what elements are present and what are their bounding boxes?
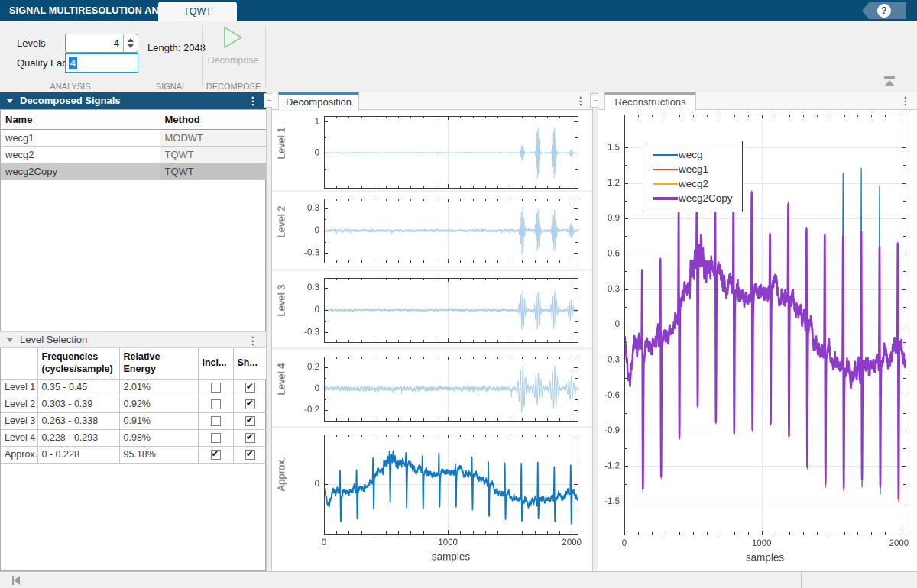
approx-plot[interactable]: Approx. <box>272 428 592 571</box>
legend-item: wecg2 <box>653 176 733 191</box>
decomposed-signals-header[interactable]: Decomposed Signals ⋮ <box>0 92 266 109</box>
panel-menu-icon[interactable]: ⋮ <box>248 332 258 349</box>
help-tag[interactable]: ? <box>862 2 906 19</box>
level-label-cell: Approx. <box>1 446 37 463</box>
show-checkbox[interactable] <box>245 383 255 393</box>
panel-menu-icon[interactable]: ⋮ <box>575 92 586 110</box>
decomposition-panel: Decomposition ⋮ Level 1 Level 2 Level 3 … <box>272 92 592 571</box>
column-header-show[interactable]: Sh... <box>233 348 267 379</box>
level-frequency-cell: 0.263 - 0.338 <box>37 412 119 429</box>
level-frequency-cell: 0.228 - 0.293 <box>37 429 119 446</box>
column-header-name[interactable]: Name <box>1 110 160 129</box>
play-icon <box>223 26 243 49</box>
status-bar <box>0 571 917 588</box>
level-row: Level 1 0.35 - 0.45 2.01% <box>1 379 267 396</box>
toolstrip-ribbon: Levels 4 Quality Factor 4 Length: 2048 D… <box>0 21 917 92</box>
level-energy-cell: 0.91% <box>119 412 198 429</box>
level2-plot[interactable]: Level 2 <box>272 192 592 269</box>
collapse-ribbon-icon <box>884 76 895 79</box>
legend-label: wecg2 <box>679 178 708 189</box>
level4-plot[interactable]: Level 4 <box>272 350 592 426</box>
tab-reconstructions[interactable]: Reconstructions <box>604 92 696 110</box>
tab-tqwt[interactable]: TQWT <box>158 2 237 21</box>
collapse-triangle-icon[interactable] <box>7 338 13 342</box>
spinner-down-icon[interactable] <box>128 44 134 48</box>
level3-axis-label: Level 3 <box>276 302 287 317</box>
level-frequency-cell: 0.35 - 0.45 <box>37 379 119 396</box>
levels-value[interactable]: 4 <box>66 34 123 52</box>
spinner-up-icon[interactable] <box>128 38 134 42</box>
signal-row[interactable]: wecg1 MODWT <box>1 129 267 146</box>
panel-menu-icon[interactable]: ⋮ <box>248 92 258 109</box>
plot-legend[interactable]: wecg wecg1 wecg2 wecg2Copy <box>643 141 743 212</box>
statusbar-divider <box>801 572 802 588</box>
help-icon[interactable]: ? <box>877 4 891 18</box>
include-checkbox[interactable] <box>211 399 221 409</box>
level-energy-cell: 0.92% <box>119 396 198 412</box>
include-checkbox[interactable] <box>211 416 221 426</box>
levels-label: Levels <box>17 37 46 49</box>
level-selection-header[interactable]: Level Selection ⋮ <box>0 331 266 348</box>
spinner-arrows[interactable] <box>123 34 138 52</box>
level3-plot[interactable]: Level 3 <box>272 271 592 347</box>
signal-name-cell[interactable]: wecg2Copy <box>1 163 160 179</box>
reconstruction-plot[interactable]: wecg wecg1 wecg2 wecg2Copy <box>598 110 917 571</box>
show-checkbox[interactable] <box>245 450 255 460</box>
column-header-frequencies[interactable]: Frequencies (cycles/sample) <box>37 348 119 379</box>
legend-line-sample <box>653 169 678 170</box>
level-row: Approx. 0 - 0.228 95.18% <box>1 446 267 463</box>
column-header-method[interactable]: Method <box>160 110 267 129</box>
title-bar: SIGNAL MULTIRESOLUTION ANALYZER TQWT ? <box>0 0 917 21</box>
level-selection-table: Frequencies (cycles/sample) Relative Ene… <box>0 348 266 571</box>
panel-menu-icon[interactable]: ⋮ <box>900 92 911 110</box>
include-checkbox[interactable] <box>211 433 221 443</box>
signal-multiresolution-analyzer-window: SIGNAL MULTIRESOLUTION ANALYZER TQWT ? L… <box>0 0 917 588</box>
levels-spinner[interactable]: 4 <box>65 34 138 53</box>
signal-name-cell[interactable]: wecg2 <box>1 146 160 163</box>
level-row: Level 3 0.263 - 0.338 0.91% <box>1 412 267 429</box>
section-label-signal: SIGNAL <box>141 82 202 92</box>
approx-axis-label: Approx. <box>276 477 287 492</box>
show-checkbox[interactable] <box>245 416 255 426</box>
legend-line-sample <box>653 154 678 156</box>
signal-name-cell[interactable]: wecg1 <box>1 129 160 146</box>
splitter-right[interactable]: ≡ <box>592 92 598 571</box>
tab-decomposition[interactable]: Decomposition <box>278 92 359 110</box>
collapse-ribbon-button[interactable] <box>880 76 899 89</box>
ribbon-separator <box>265 26 266 87</box>
signal-row[interactable]: wecg2Copy TQWT <box>1 163 267 179</box>
decomposed-signals-table: Name Method wecg1 MODWT wecg2 TQWT wecg2… <box>0 109 266 331</box>
legend-line-sample <box>653 183 678 185</box>
show-checkbox[interactable] <box>245 433 255 443</box>
level1-plot[interactable]: Level 1 <box>272 111 592 190</box>
signal-method-cell: TQWT <box>160 163 267 179</box>
level-label-cell: Level 2 <box>1 396 37 412</box>
collapse-left-panel-button[interactable] <box>12 576 23 585</box>
section-label-decompose: DECOMPOSE <box>202 82 265 92</box>
level-selection-title: Level Selection <box>20 332 87 347</box>
collapse-triangle-icon[interactable] <box>7 99 13 103</box>
level-frequency-cell: 0 - 0.228 <box>37 446 119 463</box>
level-label-cell: Level 4 <box>1 429 37 446</box>
section-label-analysis: ANALYSIS <box>0 82 141 92</box>
include-checkbox[interactable] <box>211 450 221 460</box>
column-header-blank <box>1 348 37 379</box>
legend-label: wecg1 <box>679 163 708 175</box>
decompose-button-label: Decompose <box>203 55 263 66</box>
signal-length-text: Length: 2048 <box>147 42 206 53</box>
column-header-relative-energy[interactable]: Relative Energy <box>119 348 198 379</box>
include-checkbox[interactable] <box>211 383 221 393</box>
level-energy-cell: 95.18% <box>119 446 198 463</box>
splitter-left[interactable]: ≡ <box>266 92 272 571</box>
signal-method-cell: MODWT <box>160 129 267 146</box>
decompose-button[interactable]: Decompose <box>203 26 263 76</box>
column-header-include[interactable]: Incl... <box>198 348 233 379</box>
level2-axis-label: Level 2 <box>276 223 287 238</box>
signal-row[interactable]: wecg2 TQWT <box>1 146 267 163</box>
legend-item: wecg <box>653 147 733 162</box>
show-checkbox[interactable] <box>245 399 255 409</box>
level4-axis-label: Level 4 <box>276 380 287 396</box>
left-panel: Decomposed Signals ⋮ Name Method wecg1 M… <box>0 92 266 571</box>
quality-factor-field[interactable]: 4 <box>65 53 138 73</box>
quality-factor-value: 4 <box>69 57 77 69</box>
